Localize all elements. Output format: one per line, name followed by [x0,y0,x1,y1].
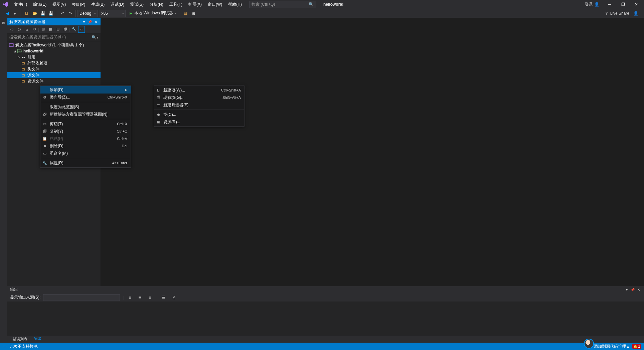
output-goto-button[interactable]: ⎘ [170,294,178,301]
config-dropdown[interactable]: Debug [77,10,98,17]
ptb-pending[interactable]: ⊞ [40,26,46,33]
window-minimize-button[interactable]: ─ [604,0,615,9]
toolbar-btn-a[interactable]: ▦ [182,10,189,17]
open-file-button[interactable]: 📂 [31,10,38,17]
output-dropdown-button[interactable]: ▾ [624,287,629,293]
ptb-collapse[interactable]: ⊟ [54,26,61,33]
scm-button[interactable]: ⊕添加到源代码管理 ▴ [589,344,629,349]
panel-close-button[interactable]: ✕ [93,19,99,24]
ctx-item[interactable]: ⚙ 类向导(Z)... Ctrl+Shift+X [40,94,131,101]
menu-help[interactable]: 帮助(H) [225,1,245,8]
live-share-label: Live Share [610,11,629,16]
menu-test[interactable]: 测试(S) [128,1,146,8]
save-button[interactable]: 💾 [39,10,46,17]
output-source-dropdown[interactable] [43,294,120,301]
global-search-input[interactable]: 搜索 (Ctrl+Q) 🔍 [249,1,316,8]
ctx-item[interactable]: 🔧 属性(R) Alt+Enter [40,159,131,167]
menu-tools[interactable]: 工具(T) [167,1,185,8]
redo-button[interactable]: ↷ [67,10,74,17]
folder-icon: 🗀 [21,60,26,66]
tree-headers-node[interactable]: 🗀 头文件 [7,66,101,72]
ptb-sync[interactable]: ⟲ [31,26,37,33]
ctx-shortcut: Alt+Enter [112,161,127,165]
ctx-item[interactable]: 添加(D) ▶ [40,86,131,94]
tree-references-node[interactable]: ▷ ▪▪ 引用 [7,54,101,60]
menu-extensions[interactable]: 扩展(X) [186,1,204,8]
ctx-icon: ⚙ [42,95,48,100]
ctx-item[interactable]: 🗗 新建解决方案资源管理器视图(N) [40,111,131,118]
panel-dropdown-button[interactable]: ▾ [81,19,87,24]
ctx-shortcut: Ctrl+V [117,137,127,141]
nav-fwd-button[interactable]: ▸ [11,10,19,17]
tree-project-node[interactable]: ◢ ++ helloworld [7,48,101,54]
tab-error-list[interactable]: 错误列表 [9,336,31,343]
panel-search-input[interactable]: 搜索解决方案资源管理器(Ctrl+;) 🔍▾ [7,33,101,41]
ctx-item[interactable]: 🗀 新建筛选器(F) [154,101,244,109]
ctx-item[interactable]: 限定为此范围(S) [40,103,131,111]
feedback-button[interactable]: 👤 [632,10,639,17]
panel-pin-button[interactable]: 📌 [87,19,93,24]
expand-icon[interactable]: ◢ [13,49,17,53]
tree-source-files-node[interactable]: 🗀 源文件 [7,72,101,78]
ctx-item[interactable]: 🗐 复制(Y) Ctrl+C [40,128,131,135]
panel-search-placeholder: 搜索解决方案资源管理器(Ctrl+;) [9,34,66,40]
window-title: helloworld [323,2,343,7]
start-debug-button[interactable]: ▶ 本地 Windows 调试器 ▾ [127,10,179,17]
menu-file[interactable]: 文件(F) [11,1,30,8]
output-titlebar[interactable]: 输出 ▾ 📌 ✕ [7,286,644,293]
ptb-showall[interactable]: ▦ [47,26,54,33]
ctx-item[interactable]: ⊞ 资源(R)... [154,118,244,126]
tree-external-node[interactable]: 🗀 外部依赖项 [7,60,101,66]
output-source-label: 显示输出来源(S): [10,295,40,300]
expand-icon[interactable]: ▷ [17,55,21,59]
ctx-label: 剪切(T) [50,121,115,127]
output-pin-button[interactable]: 📌 [630,287,635,293]
menu-view[interactable]: 视图(V) [50,1,68,8]
menu-analyze[interactable]: 分析(N) [147,1,166,8]
ctx-item[interactable]: ✂ 剪切(T) Ctrl+X [40,120,131,128]
new-project-button[interactable]: 🗋 [23,10,30,17]
ctx-item[interactable]: ⊕ 类(C)... [154,111,244,118]
output-toggle-button[interactable]: ≣ [136,294,144,301]
notification-badge[interactable]: 🔔1 [632,344,641,349]
menu-project[interactable]: 项目(P) [69,1,88,8]
tree-resources-node[interactable]: 🗀 资源文件 [7,78,101,84]
ctx-label: 资源(R)... [163,119,239,125]
tab-output[interactable]: 输出 [31,335,45,343]
search-icon: 🔍 [309,2,314,7]
output-close-button[interactable]: ✕ [636,287,641,293]
avatar[interactable] [584,339,594,349]
output-clear-button[interactable]: ≡ [126,294,134,301]
live-share-button[interactable]: ⇪ Live Share [605,11,629,16]
ctx-shortcut: Ctrl+Shift+X [108,95,127,99]
save-all-button[interactable]: 💾 [47,10,54,17]
panel-titlebar[interactable]: 解决方案资源管理器 ▾ 📌 ✕ [7,18,101,25]
ptb-preview[interactable]: ▭ [78,26,85,33]
menu-edit[interactable]: 编辑(E) [30,1,49,8]
undo-button[interactable]: ↶ [59,10,66,17]
references-icon: ▪▪ [21,54,26,60]
ptb-fwd[interactable]: ◌ [16,26,23,33]
ctx-item[interactable]: 🗋 新建项(W)... Ctrl+Shift+A [154,86,244,94]
ptb-wrench[interactable]: 🔧 [71,26,77,33]
toolbar-btn-b[interactable]: ◙ [190,10,197,17]
output-wrap-button[interactable]: ≡ [146,294,154,301]
output-list-button[interactable]: ☰ [160,294,168,301]
login-button[interactable]: 登录 👤 [582,2,602,7]
menu-window[interactable]: 窗口(W) [205,1,225,8]
ctx-item[interactable]: ✕ 删除(D) Del [40,142,131,150]
nav-back-button[interactable]: ◀ [3,10,11,17]
menu-build[interactable]: 生成(B) [89,1,107,8]
ptb-back[interactable]: ◌ [9,26,15,33]
ctx-item[interactable]: 🗐 现有项(G)... Shift+Alt+A [154,94,244,101]
tree-solution-node[interactable]: 解决方案"helloworld"(1 个项目/共 1 个) [7,42,101,48]
ptb-home[interactable]: ⌂ [23,26,30,33]
output-body[interactable] [7,302,644,336]
window-restore-button[interactable]: ❐ [617,0,629,9]
ptb-props[interactable]: 🗐 [62,26,68,33]
platform-dropdown[interactable]: x86 [99,10,126,17]
side-tab-collapsed[interactable]: ⊞ [2,19,5,24]
menu-debug[interactable]: 调试(D) [108,1,127,8]
ctx-item[interactable]: ▭ 重命名(M) [40,150,131,157]
window-close-button[interactable]: ✕ [631,0,642,9]
